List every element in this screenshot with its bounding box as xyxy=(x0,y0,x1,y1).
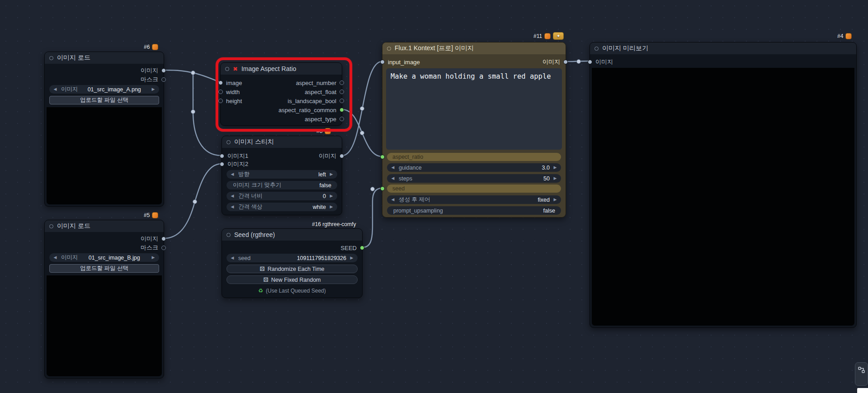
direction-widget[interactable]: 방향 left xyxy=(226,170,337,179)
output-slot-mask[interactable] xyxy=(161,77,166,82)
image-file-combo[interactable]: 이미지 01_src_image_A.png xyxy=(49,85,159,94)
prompt-upsampling-widget[interactable]: prompt_upsampling false xyxy=(387,206,561,215)
minimap-toggle-button[interactable] xyxy=(855,362,868,386)
node-title-bar[interactable]: Flux.1 Kontext [프로] 이미지 xyxy=(382,43,566,54)
spacing-width-widget[interactable]: 간격 너비 0 xyxy=(226,192,337,200)
seed-input-widget[interactable]: seed xyxy=(387,185,561,193)
left-arrow-icon[interactable] xyxy=(230,192,235,200)
output-slot-aspect-float[interactable] xyxy=(340,90,344,94)
input-slot-aspect-ratio[interactable] xyxy=(380,155,385,159)
load-image-a-node[interactable]: 이미지 로드 이미지 마스크 이미지 01_src_image_A.png 업로… xyxy=(44,52,164,207)
use-last-queued-seed[interactable]: (Use Last Queued Seed) xyxy=(226,286,358,295)
node-title-bar[interactable]: 이미지 미리보기 xyxy=(590,43,856,54)
image-stitch-node[interactable]: 이미지 스티치 이미지1 이미지2 이미지 방향 left 이미지 크기 맞추기… xyxy=(222,136,342,215)
input-slot-image1[interactable] xyxy=(220,154,224,158)
output-label: is_landscape_bool xyxy=(288,98,336,104)
combo-value: 01_src_image_B.jpg xyxy=(78,255,151,261)
input-slot-image[interactable] xyxy=(218,80,223,85)
match-image-size-widget[interactable]: 이미지 크기 맞추기 false xyxy=(226,181,337,189)
minimap-panel[interactable] xyxy=(857,388,868,393)
widget-value: 1091117951829326 xyxy=(297,255,346,261)
right-arrow-icon[interactable] xyxy=(151,253,156,262)
output-slot-image[interactable] xyxy=(161,237,166,241)
left-arrow-icon[interactable] xyxy=(390,174,396,183)
right-arrow-icon[interactable] xyxy=(552,195,558,204)
node-id-badge: #4 xyxy=(837,32,852,40)
widget-label: guidance xyxy=(399,165,422,171)
upload-file-button[interactable]: 업로드할 파일 선택 xyxy=(49,264,159,273)
output-slot-seed[interactable] xyxy=(360,246,364,250)
right-arrow-icon[interactable] xyxy=(329,203,334,211)
new-fixed-random-button[interactable]: New Fixed Random xyxy=(226,275,358,284)
dice-icon xyxy=(259,265,264,272)
upload-file-button[interactable]: 업로드할 파일 선택 xyxy=(49,96,159,104)
aspect-ratio-input-widget[interactable]: aspect_ratio xyxy=(387,153,561,161)
prompt-textarea[interactable]: Make a woman holding a small red apple xyxy=(386,68,562,150)
node-id-badge: #8 xyxy=(316,127,331,135)
output-label: 이미지 xyxy=(542,58,560,66)
node-title: Seed (rgthree) xyxy=(234,231,275,238)
node-graph-canvas[interactable]: #6 이미지 로드 이미지 마스크 이미지 01_src_image_A.png… xyxy=(0,0,868,393)
output-label: SEED xyxy=(341,245,357,251)
output-slot-is-landscape-bool[interactable] xyxy=(340,99,344,103)
output-slot-image[interactable] xyxy=(340,154,344,158)
right-arrow-icon[interactable] xyxy=(329,170,334,179)
right-arrow-icon[interactable] xyxy=(349,254,354,262)
node-title-bar[interactable]: 이미지 스티치 xyxy=(222,136,342,148)
node-title-bar[interactable]: 이미지 로드 xyxy=(45,52,164,64)
output-label: aspect_ratio_common xyxy=(278,107,336,114)
control-after-generate-widget[interactable]: 생성 후 제어 fixed xyxy=(387,195,561,204)
left-arrow-icon[interactable] xyxy=(390,195,396,204)
output-slot-image[interactable] xyxy=(161,68,166,73)
spacing-color-widget[interactable]: 간격 색상 white xyxy=(226,203,337,211)
seed-value-widget[interactable]: seed 1091117951829326 xyxy=(226,254,358,262)
node-title-bar[interactable]: Image Aspect Ratio xyxy=(221,63,342,75)
widget-label: 생성 후 제어 xyxy=(399,196,430,204)
flux-kontext-node[interactable]: Flux.1 Kontext [프로] 이미지 input_image 이미지 … xyxy=(382,42,566,218)
randomize-each-time-button[interactable]: Randomize Each Time xyxy=(226,265,358,273)
right-arrow-icon[interactable] xyxy=(329,192,334,200)
collapse-dot-icon[interactable] xyxy=(226,140,231,144)
collapse-dot-icon[interactable] xyxy=(49,56,53,60)
output-label: 이미지 xyxy=(141,235,158,243)
node-title: 이미지 미리보기 xyxy=(602,44,648,52)
output-slot-aspect-ratio-common[interactable] xyxy=(340,108,344,112)
seed-rgthree-node[interactable]: Seed (rgthree) SEED seed 109111795182932… xyxy=(222,228,363,298)
input-slot-height[interactable] xyxy=(218,99,223,103)
node-title-bar[interactable]: 이미지 로드 xyxy=(45,220,164,232)
collapse-dot-icon[interactable] xyxy=(225,67,229,71)
upload-button-label: 업로드할 파일 선택 xyxy=(80,265,128,272)
input-slot-image[interactable] xyxy=(588,60,592,64)
collapse-dot-icon[interactable] xyxy=(226,233,231,237)
preview-image-node[interactable]: 이미지 미리보기 이미지 xyxy=(590,42,857,328)
api-sparkle-button[interactable] xyxy=(553,32,564,40)
output-slot-image[interactable] xyxy=(563,60,568,64)
widget-value: false xyxy=(543,208,555,214)
left-arrow-icon[interactable] xyxy=(230,254,235,262)
right-arrow-icon[interactable] xyxy=(552,163,558,172)
output-slot-aspect-number[interactable] xyxy=(340,80,344,85)
steps-widget[interactable]: steps 50 xyxy=(387,174,561,183)
input-slot-image2[interactable] xyxy=(220,162,224,166)
output-slot-mask[interactable] xyxy=(161,246,166,250)
left-arrow-icon[interactable] xyxy=(52,85,58,94)
left-arrow-icon[interactable] xyxy=(230,170,235,179)
left-arrow-icon[interactable] xyxy=(390,163,396,172)
load-image-b-node[interactable]: 이미지 로드 이미지 마스크 이미지 01_src_image_B.jpg 업로… xyxy=(44,220,164,379)
image-file-combo[interactable]: 이미지 01_src_image_B.jpg xyxy=(49,253,159,262)
image-aspect-ratio-node[interactable]: Image Aspect Ratio image width height as… xyxy=(220,62,342,126)
collapse-dot-icon[interactable] xyxy=(49,224,53,228)
right-arrow-icon[interactable] xyxy=(552,174,558,183)
collapse-dot-icon[interactable] xyxy=(387,47,391,51)
input-slot-width[interactable] xyxy=(218,90,223,94)
node-title-bar[interactable]: Seed (rgthree) xyxy=(222,229,362,241)
collapse-dot-icon[interactable] xyxy=(594,47,599,51)
right-arrow-icon[interactable] xyxy=(151,85,156,94)
left-arrow-icon[interactable] xyxy=(230,203,235,211)
guidance-widget[interactable]: guidance 3.0 xyxy=(387,163,561,172)
left-arrow-icon[interactable] xyxy=(52,253,58,262)
input-slot-seed[interactable] xyxy=(380,186,385,191)
output-slot-aspect-type[interactable] xyxy=(340,117,344,121)
input-slot-input-image[interactable] xyxy=(380,60,385,64)
widget-label: 간격 색상 xyxy=(238,203,262,211)
